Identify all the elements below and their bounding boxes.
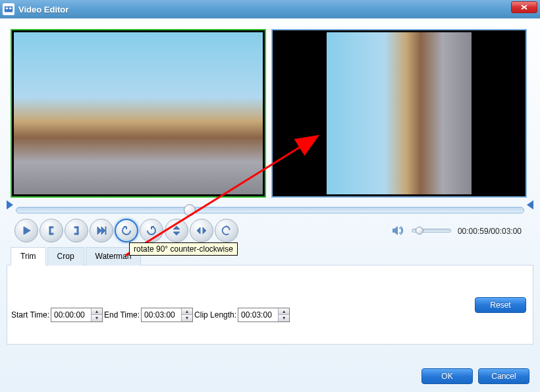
clip-length-spinner: ▲ ▼	[238, 308, 290, 322]
volume-thumb[interactable]	[416, 227, 423, 235]
close-button[interactable]	[511, 1, 537, 13]
app-icon	[3, 3, 14, 15]
main-content: rotate 90° counter-clockwise 00:00:59/00…	[0, 18, 540, 392]
time-display: 00:00:59/00:03:00	[458, 226, 526, 236]
clip-length-label: Clip Length:	[194, 310, 236, 320]
start-time-spinner: ▲ ▼	[51, 308, 103, 322]
play-button[interactable]	[14, 219, 38, 242]
cancel-button[interactable]: Cancel	[478, 368, 529, 384]
preview-area	[7, 25, 533, 202]
dialog-buttons: OK Cancel	[421, 368, 529, 384]
rotated-frame	[275, 32, 524, 194]
mark-out-button[interactable]	[65, 219, 88, 242]
start-time-up[interactable]: ▲	[92, 308, 102, 315]
reset-button[interactable]: Reset	[475, 297, 526, 313]
tab-crop[interactable]: Crop	[47, 247, 84, 266]
timeline	[7, 202, 533, 216]
end-time-label: End Time:	[104, 310, 140, 320]
svg-rect-2	[9, 7, 12, 9]
time-current: 00:00:59	[458, 227, 489, 236]
start-time-input[interactable]	[51, 308, 91, 322]
end-time-spinner: ▲ ▼	[141, 308, 193, 322]
rotate-cw-button[interactable]	[140, 219, 163, 242]
preview-rotated	[271, 29, 527, 198]
preview-original	[11, 29, 266, 198]
svg-rect-1	[6, 7, 9, 9]
clip-length-down[interactable]: ▼	[279, 315, 289, 322]
timeline-thumb[interactable]	[184, 204, 196, 216]
undo-button[interactable]	[215, 219, 238, 242]
titlebar: Video Editor	[0, 0, 540, 18]
playback-controls: rotate 90° counter-clockwise 00:00:59/00…	[7, 216, 533, 245]
timeline-end-marker[interactable]	[527, 200, 533, 210]
tooltip: rotate 90° counter-clockwise	[129, 242, 238, 256]
trim-panel: Start Time: ▲ ▼ End Time: ▲ ▼ Clip Lengt…	[7, 266, 533, 345]
end-time-input[interactable]	[142, 308, 181, 322]
tabs: Trim Crop Waterman	[7, 246, 533, 266]
timeline-track[interactable]	[16, 207, 524, 213]
end-time-up[interactable]: ▲	[182, 308, 192, 315]
flip-horizontal-button[interactable]	[190, 219, 213, 242]
window-title: Video Editor	[18, 5, 68, 14]
original-frame	[14, 32, 263, 194]
flip-vertical-button[interactable]	[165, 219, 188, 242]
start-time-down[interactable]: ▼	[92, 315, 102, 322]
time-total: 00:03:00	[491, 227, 522, 236]
volume-slider[interactable]	[412, 229, 451, 233]
clip-length-up[interactable]: ▲	[279, 308, 289, 315]
end-time-down[interactable]: ▼	[182, 315, 192, 322]
clip-length-input[interactable]	[238, 308, 278, 322]
volume-icon[interactable]	[389, 223, 405, 238]
mark-in-button[interactable]	[40, 219, 63, 242]
jump-frame-button[interactable]	[90, 219, 113, 242]
timeline-start-marker[interactable]	[7, 200, 13, 210]
start-time-label: Start Time:	[11, 310, 49, 320]
tab-trim[interactable]: Trim	[11, 247, 46, 266]
rotate-ccw-button[interactable]	[115, 219, 138, 242]
ok-button[interactable]: OK	[421, 368, 473, 384]
